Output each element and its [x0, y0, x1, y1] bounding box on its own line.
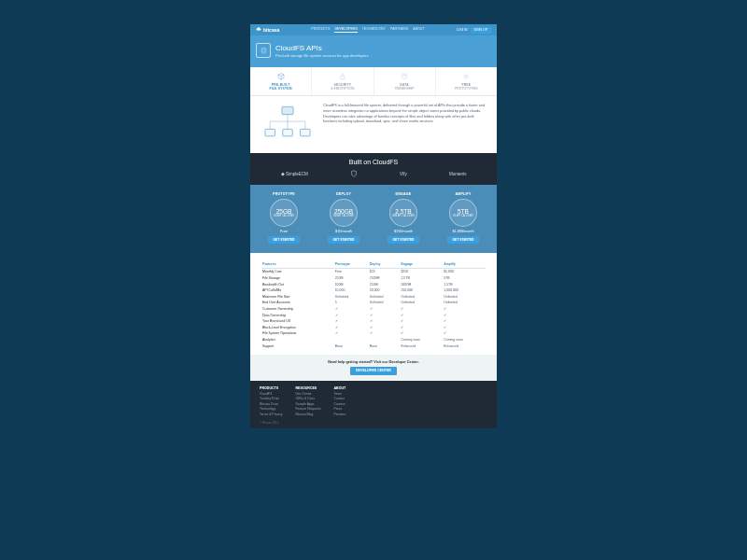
table-cell: Basic — [334, 343, 369, 349]
dev-center-banner: Need help getting started? Visit our Dev… — [250, 355, 497, 381]
hero-title: CloudFS APIs — [275, 44, 368, 52]
tab-filesystem[interactable]: PRE-BUILT FILE SYSTEM — [250, 67, 312, 95]
table-cell: 1.5TB — [443, 281, 486, 287]
table-cell: 1,000,000 — [443, 287, 486, 294]
table-row: Block-Level Encryption✓✓✓✓ — [261, 325, 486, 331]
table-cell: ✓ — [334, 330, 369, 337]
plan-price: Free — [256, 230, 312, 233]
nav-about[interactable]: ABOUT — [413, 27, 424, 33]
table-cell: ✓ — [443, 318, 486, 325]
landing-page: bitcasa PRODUCTS DEVELOPERS TECHNOLOGY P… — [250, 24, 497, 428]
signup-button[interactable]: SIGN UP — [471, 27, 491, 34]
table-cell: Bandwidth Out — [261, 281, 334, 287]
table-row: API Calls/Mo10,00050,000250,0001,000,000 — [261, 287, 486, 294]
get-started-button[interactable]: GET STARTED — [447, 236, 478, 244]
table-cell: 2.5TB — [400, 275, 443, 282]
table-cell: Analytics — [261, 337, 334, 343]
plan-circle: 25GB 1M API CALLS/MO — [270, 199, 298, 227]
table-cell: $1,000 — [443, 269, 486, 275]
table-cell: Unlimited — [443, 300, 486, 306]
table-cell: Unlimited — [400, 300, 443, 306]
dev-center-button[interactable]: DEVELOPER CENTER — [350, 367, 397, 375]
table-cell: Unlimited — [443, 294, 486, 301]
get-started-button[interactable]: GET STARTED — [268, 236, 299, 244]
table-cell: Free — [334, 269, 369, 275]
plan-price: $1,000/month — [435, 230, 491, 233]
plan-calls: 50M API CALLS/MO — [392, 215, 415, 217]
tab-prototyping[interactable]: FREE PROTOTYPING — [436, 67, 497, 95]
table-cell: File Storage — [261, 275, 334, 282]
table-cell: 10,000 — [334, 287, 369, 294]
table-row: AnalyticsComing soonComing soon — [261, 337, 486, 343]
footer-link[interactable]: Contact — [333, 397, 345, 401]
footer: PRODUCTSCloudFSTurnkey DriveBitcasa Driv… — [250, 381, 497, 428]
footer-column: RESOURCESDev CenterSDKs & DocsSample App… — [296, 386, 321, 417]
hero: CloudFS APIs Pre-built storage file syst… — [250, 35, 497, 67]
nav-developers[interactable]: DEVELOPERS — [334, 27, 357, 33]
filesystem-diagram — [260, 104, 316, 144]
brand[interactable]: bitcasa — [256, 27, 279, 33]
footer-link[interactable]: Turnkey Drive — [260, 397, 283, 401]
footer-link[interactable]: Feature Requests — [296, 407, 321, 412]
plan-amplify: AMPLIFY 5TB 1B API CALLS/MO $1,000/month… — [435, 192, 491, 244]
table-cell: File System Operations — [261, 330, 334, 337]
table-cell: Unlimited — [369, 294, 401, 301]
table-cell: 5 — [334, 300, 369, 306]
table-cell: ✓ — [400, 318, 443, 325]
shield-icon — [350, 170, 358, 177]
built-on-section: Built on CloudFS ◆ SimpleECM VIfy Moment… — [250, 153, 497, 185]
table-cell: ✓ — [400, 312, 443, 318]
table-cell: ✓ — [369, 330, 401, 337]
nav-products[interactable]: PRODUCTS — [311, 27, 330, 33]
nav-technology[interactable]: TECHNOLOGY — [362, 27, 386, 33]
table-cell: ✓ — [400, 306, 443, 313]
table-cell: ✓ — [443, 325, 486, 331]
plan-circle: 5TB 1B API CALLS/MO — [449, 199, 477, 227]
table-cell: ✓ — [369, 318, 401, 325]
svg-point-2 — [402, 74, 407, 76]
table-cell: Unlimited — [369, 300, 401, 306]
footer-link[interactable]: Terms & Privacy — [260, 413, 283, 417]
top-nav: bitcasa PRODUCTS DEVELOPERS TECHNOLOGY P… — [250, 24, 497, 35]
login-link[interactable]: LOG IN — [457, 28, 468, 32]
table-cell: 500GB — [400, 281, 443, 287]
footer-column: ABOUTTeamContactCareersPressPartners — [333, 386, 345, 417]
table-cell: Coming soon — [443, 337, 486, 343]
get-started-button[interactable]: GET STARTED — [328, 236, 359, 244]
copyright: © Bitcasa 2015 — [260, 421, 487, 425]
table-cell: Basic — [369, 343, 401, 349]
pricing-section: PROTOTYPE 25GB 1M API CALLS/MO Free GET … — [250, 185, 497, 253]
table-cell: Monthly Cost — [261, 269, 334, 275]
table-row: Bandwidth Out10GB25GB500GB1.5TB — [261, 281, 486, 287]
comparison-table: FeaturesPrototypeDeployEngageAmplify Mon… — [250, 253, 497, 355]
logo-text: SimpleECM — [286, 172, 308, 176]
logo-moments: Moments — [449, 172, 467, 176]
table-cell: Customer Ownership — [261, 306, 334, 313]
svg-rect-4 — [282, 107, 293, 115]
nav-partners[interactable]: PARTNERS — [390, 27, 408, 33]
footer-link[interactable]: Bitcasa Blog — [296, 413, 321, 417]
cloud-icon — [256, 27, 261, 33]
table-cell: 25GB — [369, 281, 401, 287]
plan-prototype: PROTOTYPE 25GB 1M API CALLS/MO Free GET … — [256, 192, 312, 244]
table-row: SupportBasicBasicEnhancedEnhanced — [261, 343, 486, 349]
table-cell: ✓ — [369, 325, 401, 331]
svg-point-0 — [261, 48, 266, 49]
plan-engage: ENGAGE 2.5TB 50M API CALLS/MO $150/month… — [375, 192, 431, 244]
tab-ownership[interactable]: DATA OWNERSHIP — [374, 67, 436, 95]
table-cell: Enhanced — [400, 343, 443, 349]
table-cell: Unlimited — [400, 294, 443, 301]
get-started-button[interactable]: GET STARTED — [388, 236, 418, 244]
table-cell: Enhanced — [443, 343, 486, 349]
tab-label: FILE SYSTEM — [252, 87, 309, 91]
table-cell: Your Brand and UX — [261, 318, 334, 325]
table-header: Features — [261, 260, 334, 269]
footer-link[interactable]: Partners — [333, 413, 345, 417]
footer-heading: RESOURCES — [296, 386, 321, 390]
built-on-heading: Built on CloudFS — [250, 159, 497, 165]
tab-security[interactable]: SECURITY & ENCRYPTION — [312, 67, 374, 95]
hero-subtitle: Pre-built storage file system services f… — [275, 53, 368, 58]
table-cell: ✓ — [334, 325, 369, 331]
table-cell: $25 — [369, 269, 401, 275]
table-cell: ✓ — [334, 306, 369, 313]
